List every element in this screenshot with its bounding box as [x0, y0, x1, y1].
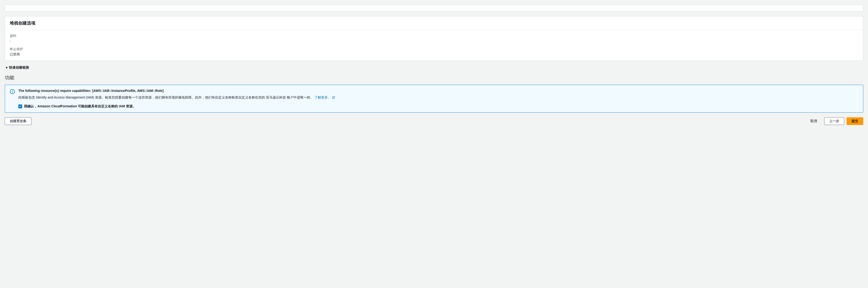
panel-header: 堆栈创建选项	[5, 17, 863, 30]
termination-protection-label: 终止保护	[10, 47, 858, 52]
learn-more-link[interactable]: 了解更多。	[314, 95, 335, 100]
footer-right: 取消 上一步 提交	[806, 117, 863, 125]
timeout-label: 超时	[10, 34, 858, 38]
cancel-button[interactable]: 取消	[806, 118, 822, 125]
panel-placeholder	[5, 5, 863, 11]
capabilities-alert: The following resource(s) require capabi…	[5, 85, 863, 113]
capabilities-section-title: 功能	[5, 74, 863, 81]
checkmark-icon	[19, 105, 22, 108]
termination-protection-value: 已禁用	[10, 52, 858, 57]
learn-more-text: 了解更多。	[314, 95, 331, 100]
alert-content: The following resource(s) require capabi…	[18, 89, 858, 108]
svg-point-2	[12, 91, 12, 91]
acknowledge-checkbox-row: 我确认，Amazon CloudFormation 可能创建具有自定义名称的 I…	[18, 104, 858, 108]
external-link-icon	[332, 96, 335, 99]
timeout-field: 超时 -	[10, 34, 858, 43]
caret-right-icon	[6, 66, 8, 69]
timeout-value: -	[10, 39, 858, 43]
submit-button[interactable]: 提交	[846, 117, 863, 125]
previous-button[interactable]: 上一步	[824, 117, 844, 125]
alert-description: 此模板包含 Identity and Access Management (IA…	[18, 95, 858, 100]
stack-creation-options-panel: 堆栈创建选项 超时 - 终止保护 已禁用	[5, 16, 863, 61]
panel-body: 超时 - 终止保护 已禁用	[5, 30, 863, 60]
termination-protection-field: 终止保护 已禁用	[10, 47, 858, 57]
quick-create-link-toggle[interactable]: 快速创建链接	[5, 65, 863, 70]
acknowledge-checkbox[interactable]	[18, 104, 22, 108]
create-change-set-button[interactable]: 创建更改集	[5, 117, 31, 125]
alert-description-text: 此模板包含 Identity and Access Management (IA…	[18, 95, 313, 99]
acknowledge-label[interactable]: 我确认，Amazon CloudFormation 可能创建具有自定义名称的 I…	[24, 104, 136, 108]
stack-options-title: 堆栈创建选项	[10, 20, 858, 26]
info-icon	[10, 89, 15, 94]
alert-title: The following resource(s) require capabi…	[18, 89, 858, 93]
footer: 创建更改集 取消 上一步 提交	[5, 117, 863, 125]
quick-create-label: 快速创建链接	[9, 65, 29, 70]
